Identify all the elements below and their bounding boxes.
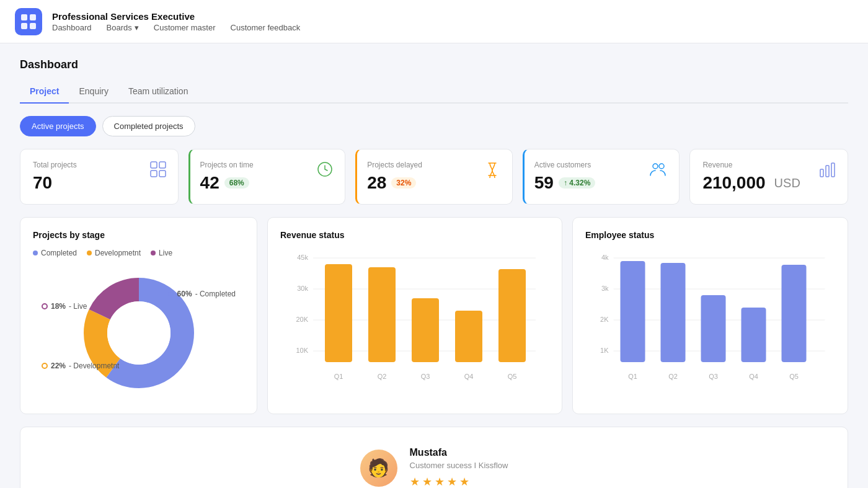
reviewer-avatar: 🧑 — [360, 450, 397, 487]
live-dot-outline — [42, 303, 48, 309]
svg-text:Q5: Q5 — [789, 373, 799, 380]
reviewer-role: Customer sucess I Kissflow — [410, 461, 508, 470]
svg-text:Q5: Q5 — [508, 373, 517, 380]
tab-project[interactable]: Project — [20, 81, 69, 104]
clock-icon — [316, 161, 334, 180]
projects-by-stage-card: Projects by stage Completed Developmetnt… — [20, 217, 257, 414]
main-content: Dashboard Project Enquiry Team utilizati… — [0, 43, 868, 488]
svg-rect-34 — [498, 269, 526, 362]
hourglass-icon — [484, 161, 501, 180]
star-4: ★ — [447, 475, 457, 488]
svg-rect-30 — [412, 298, 439, 362]
completed-projects-button[interactable]: Completed projects — [102, 116, 195, 136]
svg-rect-2 — [21, 23, 27, 29]
kpi-customers: Active customers 59 ↑ 4.32% — [523, 149, 680, 205]
kpi-delayed-label: Projects delayed — [367, 161, 500, 169]
star-rating: ★ ★ ★ ★ ★ — [410, 475, 508, 488]
charts-row: Projects by stage Completed Developmetnt… — [20, 217, 848, 414]
kpi-ontime-value: 42 68% — [200, 173, 333, 193]
kpi-customers-value: 59 ↑ 4.32% — [534, 173, 667, 193]
kpi-revenue-value: 210,000 USD — [702, 173, 835, 193]
legend-live: Live — [151, 249, 172, 257]
svg-point-9 — [653, 164, 658, 169]
view-toggle: Active projects Completed projects — [20, 116, 848, 136]
svg-text:1K: 1K — [600, 347, 609, 354]
stage-legend: Completed Developmetnt Live — [33, 249, 244, 257]
reviewer-name: Mustafa — [410, 447, 508, 458]
svg-text:Q1: Q1 — [334, 373, 343, 380]
kpi-delayed-badge: 32% — [391, 177, 416, 189]
employee-bar-chart: 4k 3k 2K 1K Q1 Q2 Q3 Q4 — [585, 249, 835, 385]
kpi-row: Total projects 70 Projects on time 42 68… — [20, 149, 848, 205]
tab-enquiry[interactable]: Enquiry — [69, 81, 118, 104]
nav-customer-feedback[interactable]: Customer feedback — [231, 23, 301, 32]
svg-rect-28 — [368, 267, 396, 362]
employee-status-title: Employee status — [585, 230, 835, 240]
nav-customer-master[interactable]: Customer master — [154, 23, 216, 32]
svg-rect-50 — [742, 308, 766, 362]
svg-text:Q3: Q3 — [709, 373, 718, 380]
svg-rect-5 — [159, 162, 166, 168]
header-info: Professional Services Executive Dashboar… — [52, 11, 300, 32]
revenue-bar-chart: 45k 30k 20K 10K Q1 Q2 Q3 Q4 — [280, 249, 549, 385]
kpi-customers-label: Active customers — [534, 161, 667, 169]
development-dot-outline — [42, 363, 48, 369]
projects-stage-title: Projects by stage — [33, 230, 244, 240]
tab-bar: Project Enquiry Team utilization — [20, 81, 848, 104]
svg-rect-26 — [325, 264, 352, 362]
kpi-delayed-value: 28 32% — [367, 173, 500, 193]
completed-label: 60% - Completed — [168, 290, 236, 298]
nav-boards[interactable]: Boards ▾ — [107, 23, 139, 32]
active-projects-button[interactable]: Active projects — [20, 116, 96, 136]
users-icon — [648, 161, 668, 180]
star-1: ★ — [410, 475, 420, 488]
kpi-customers-badge: ↑ 4.32% — [559, 177, 595, 189]
nav-dashboard[interactable]: Dashboard — [52, 23, 92, 32]
svg-rect-4 — [151, 162, 157, 168]
svg-text:Q3: Q3 — [421, 373, 430, 380]
development-dot — [87, 251, 92, 255]
svg-text:2K: 2K — [600, 316, 609, 323]
kpi-on-time: Projects on time 42 68% — [188, 149, 346, 205]
page-title: Dashboard — [20, 58, 848, 71]
completed-dot-outline — [168, 291, 174, 297]
kpi-total-projects: Total projects 70 — [20, 149, 179, 205]
svg-text:3k: 3k — [601, 285, 609, 292]
kpi-total-value: 70 — [33, 173, 166, 193]
svg-rect-7 — [159, 171, 166, 177]
svg-text:4k: 4k — [601, 254, 609, 261]
svg-rect-46 — [661, 263, 686, 362]
svg-rect-11 — [820, 169, 823, 177]
kpi-ontime-badge: 68% — [224, 177, 249, 189]
svg-rect-52 — [782, 265, 807, 362]
svg-text:Q4: Q4 — [749, 373, 758, 380]
svg-text:30k: 30k — [297, 285, 308, 292]
svg-rect-12 — [826, 166, 829, 177]
tab-team-utilization[interactable]: Team utilization — [118, 81, 198, 104]
revenue-status-card: Revenue status 45k 30k 20K 10K Q1 Q2 — [267, 217, 562, 414]
kpi-revenue-label: Revenue — [702, 161, 835, 169]
bar-chart-icon — [819, 161, 836, 180]
kpi-revenue-suffix: USD — [774, 176, 800, 190]
kpi-delayed: Projects delayed 28 32% — [355, 149, 513, 205]
svg-rect-13 — [831, 163, 835, 177]
review-card: 🧑 Mustafa Customer sucess I Kissflow ★ ★… — [20, 427, 848, 488]
completed-dot — [33, 251, 38, 255]
svg-point-10 — [659, 164, 664, 169]
svg-point-17 — [107, 301, 170, 365]
svg-rect-1 — [30, 14, 36, 20]
svg-text:Q4: Q4 — [464, 373, 474, 380]
svg-rect-0 — [21, 14, 27, 20]
svg-rect-44 — [621, 261, 645, 362]
svg-text:Q2: Q2 — [668, 373, 678, 380]
svg-text:10K: 10K — [296, 347, 308, 354]
kpi-revenue: Revenue 210,000 USD — [689, 149, 848, 205]
svg-rect-6 — [151, 171, 157, 177]
app-title: Professional Services Executive — [52, 11, 300, 22]
svg-text:20K: 20K — [296, 316, 308, 323]
kpi-ontime-label: Projects on time — [200, 161, 333, 169]
star-5: ★ — [459, 475, 469, 488]
live-label: 18% - Live — [42, 302, 87, 311]
chevron-down-icon: ▾ — [135, 23, 139, 32]
svg-text:Q1: Q1 — [628, 373, 637, 380]
